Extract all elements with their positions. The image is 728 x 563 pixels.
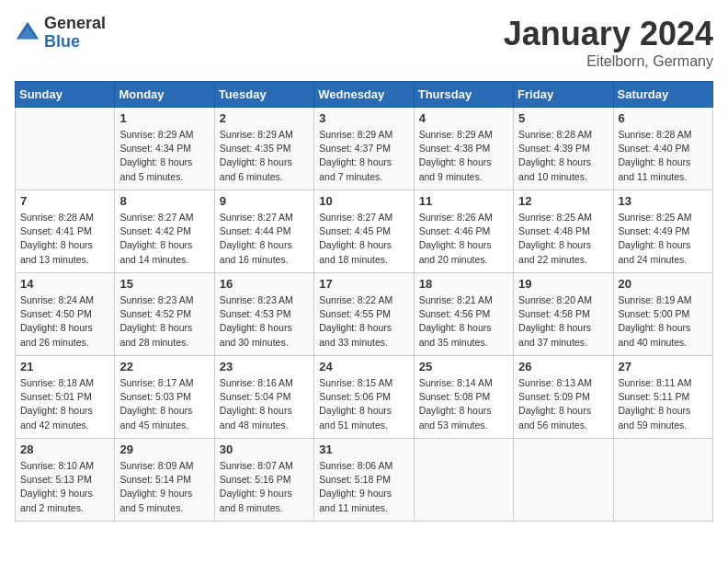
- logo-text-general: General: [44, 15, 106, 33]
- day-info: Sunrise: 8:24 AMSunset: 4:50 PMDaylight:…: [20, 293, 109, 350]
- day-info: Sunrise: 8:17 AMSunset: 5:03 PMDaylight:…: [119, 376, 209, 432]
- day-info: Sunrise: 8:28 AMSunset: 4:40 PMDaylight:…: [619, 128, 708, 184]
- day-number: 26: [518, 360, 608, 373]
- day-number: 7: [20, 194, 109, 208]
- day-info: Sunrise: 8:29 AMSunset: 4:35 PMDaylight:…: [220, 128, 309, 184]
- day-number: 30: [220, 442, 309, 456]
- day-number: 3: [319, 111, 408, 125]
- calendar-cell: 18Sunrise: 8:21 AMSunset: 4:56 PMDayligh…: [414, 273, 513, 356]
- weekday-header: Monday: [115, 82, 214, 108]
- day-number: 29: [119, 442, 209, 456]
- day-info: Sunrise: 8:15 AMSunset: 5:06 PMDaylight:…: [319, 376, 408, 432]
- day-number: 10: [319, 194, 408, 208]
- page-header: General Blue January 2024 Eitelborn, Ger…: [15, 15, 713, 70]
- calendar-cell: 7Sunrise: 8:28 AMSunset: 4:41 PMDaylight…: [16, 190, 115, 273]
- day-info: Sunrise: 8:11 AMSunset: 5:11 PMDaylight:…: [619, 376, 708, 432]
- week-row: 28Sunrise: 8:10 AMSunset: 5:13 PMDayligh…: [16, 439, 713, 522]
- day-number: 1: [119, 111, 209, 125]
- day-number: 6: [619, 111, 708, 125]
- day-number: 31: [319, 442, 408, 456]
- weekday-header: Saturday: [613, 82, 712, 108]
- calendar-cell: 4Sunrise: 8:29 AMSunset: 4:38 PMDaylight…: [414, 108, 513, 190]
- calendar-cell: 21Sunrise: 8:18 AMSunset: 5:01 PMDayligh…: [16, 356, 115, 439]
- logo: General Blue: [15, 15, 106, 52]
- calendar-cell: 11Sunrise: 8:26 AMSunset: 4:46 PMDayligh…: [414, 190, 513, 273]
- day-number: 19: [518, 277, 608, 291]
- logo-icon: [15, 20, 40, 46]
- day-info: Sunrise: 8:27 AMSunset: 4:45 PMDaylight:…: [319, 211, 408, 267]
- calendar-cell: 16Sunrise: 8:23 AMSunset: 4:53 PMDayligh…: [214, 273, 313, 356]
- day-number: 16: [220, 277, 309, 291]
- day-number: 15: [119, 277, 209, 291]
- calendar-header: SundayMondayTuesdayWednesdayThursdayFrid…: [16, 82, 713, 108]
- day-number: 25: [419, 360, 508, 373]
- day-info: Sunrise: 8:07 AMSunset: 5:16 PMDaylight:…: [220, 459, 309, 515]
- calendar-cell: 3Sunrise: 8:29 AMSunset: 4:37 PMDaylight…: [314, 108, 414, 190]
- day-number: 11: [419, 194, 508, 208]
- calendar-cell: 29Sunrise: 8:09 AMSunset: 5:14 PMDayligh…: [115, 439, 214, 522]
- day-info: Sunrise: 8:06 AMSunset: 5:18 PMDaylight:…: [319, 459, 408, 515]
- day-number: 22: [119, 360, 209, 373]
- month-title: January 2024: [504, 15, 713, 53]
- title-block: January 2024 Eitelborn, Germany: [504, 15, 713, 70]
- day-info: Sunrise: 8:13 AMSunset: 5:09 PMDaylight:…: [518, 376, 608, 432]
- day-number: 5: [518, 111, 608, 125]
- day-info: Sunrise: 8:20 AMSunset: 4:58 PMDaylight:…: [518, 293, 608, 350]
- day-number: 17: [319, 277, 408, 291]
- calendar-cell: 24Sunrise: 8:15 AMSunset: 5:06 PMDayligh…: [314, 356, 414, 439]
- day-number: 28: [20, 442, 109, 456]
- calendar-cell: [514, 439, 613, 522]
- week-row: 14Sunrise: 8:24 AMSunset: 4:50 PMDayligh…: [16, 273, 713, 356]
- day-number: 27: [619, 360, 708, 373]
- week-row: 21Sunrise: 8:18 AMSunset: 5:01 PMDayligh…: [16, 356, 713, 439]
- day-info: Sunrise: 8:27 AMSunset: 4:44 PMDaylight:…: [220, 211, 309, 267]
- calendar-cell: 23Sunrise: 8:16 AMSunset: 5:04 PMDayligh…: [214, 356, 313, 439]
- day-number: 18: [419, 277, 508, 291]
- calendar-cell: 2Sunrise: 8:29 AMSunset: 4:35 PMDaylight…: [214, 108, 313, 190]
- weekday-header: Sunday: [16, 82, 115, 108]
- weekday-header: Thursday: [414, 82, 513, 108]
- day-info: Sunrise: 8:22 AMSunset: 4:55 PMDaylight:…: [319, 293, 408, 350]
- calendar-cell: 5Sunrise: 8:28 AMSunset: 4:39 PMDaylight…: [514, 108, 613, 190]
- day-info: Sunrise: 8:28 AMSunset: 4:41 PMDaylight:…: [20, 211, 109, 267]
- calendar-cell: [613, 439, 712, 522]
- calendar-cell: 9Sunrise: 8:27 AMSunset: 4:44 PMDaylight…: [214, 190, 313, 273]
- day-number: 13: [619, 194, 708, 208]
- day-number: 4: [419, 111, 508, 125]
- calendar-cell: 22Sunrise: 8:17 AMSunset: 5:03 PMDayligh…: [115, 356, 214, 439]
- day-info: Sunrise: 8:14 AMSunset: 5:08 PMDaylight:…: [419, 376, 508, 432]
- calendar-cell: 30Sunrise: 8:07 AMSunset: 5:16 PMDayligh…: [214, 439, 313, 522]
- calendar-cell: 10Sunrise: 8:27 AMSunset: 4:45 PMDayligh…: [314, 190, 414, 273]
- day-info: Sunrise: 8:29 AMSunset: 4:34 PMDaylight:…: [119, 128, 209, 184]
- logo-text-blue: Blue: [44, 33, 106, 52]
- calendar-cell: 19Sunrise: 8:20 AMSunset: 4:58 PMDayligh…: [514, 273, 613, 356]
- calendar-cell: 8Sunrise: 8:27 AMSunset: 4:42 PMDaylight…: [115, 190, 214, 273]
- calendar-cell: 15Sunrise: 8:23 AMSunset: 4:52 PMDayligh…: [115, 273, 214, 356]
- weekday-header: Tuesday: [214, 82, 313, 108]
- day-info: Sunrise: 8:27 AMSunset: 4:42 PMDaylight:…: [119, 211, 209, 267]
- day-info: Sunrise: 8:23 AMSunset: 4:52 PMDaylight:…: [119, 293, 209, 350]
- day-info: Sunrise: 8:23 AMSunset: 4:53 PMDaylight:…: [220, 293, 309, 350]
- location-title: Eitelborn, Germany: [504, 53, 713, 70]
- calendar-cell: 26Sunrise: 8:13 AMSunset: 5:09 PMDayligh…: [514, 356, 613, 439]
- day-info: Sunrise: 8:29 AMSunset: 4:38 PMDaylight:…: [419, 128, 508, 184]
- week-row: 1Sunrise: 8:29 AMSunset: 4:34 PMDaylight…: [16, 108, 713, 190]
- day-number: 21: [20, 360, 109, 373]
- day-info: Sunrise: 8:29 AMSunset: 4:37 PMDaylight:…: [319, 128, 408, 184]
- day-info: Sunrise: 8:09 AMSunset: 5:14 PMDaylight:…: [119, 459, 209, 515]
- week-row: 7Sunrise: 8:28 AMSunset: 4:41 PMDaylight…: [16, 190, 713, 273]
- day-number: 24: [319, 360, 408, 373]
- calendar-table: SundayMondayTuesdayWednesdayThursdayFrid…: [15, 81, 713, 522]
- weekday-header: Friday: [514, 82, 613, 108]
- calendar-cell: 31Sunrise: 8:06 AMSunset: 5:18 PMDayligh…: [314, 439, 414, 522]
- day-number: 8: [119, 194, 209, 208]
- day-info: Sunrise: 8:18 AMSunset: 5:01 PMDaylight:…: [20, 376, 109, 432]
- day-number: 12: [518, 194, 608, 208]
- day-info: Sunrise: 8:28 AMSunset: 4:39 PMDaylight:…: [518, 128, 608, 184]
- calendar-cell: 17Sunrise: 8:22 AMSunset: 4:55 PMDayligh…: [314, 273, 414, 356]
- calendar-cell: [16, 108, 115, 190]
- calendar-cell: 27Sunrise: 8:11 AMSunset: 5:11 PMDayligh…: [613, 356, 712, 439]
- day-info: Sunrise: 8:25 AMSunset: 4:49 PMDaylight:…: [619, 211, 708, 267]
- day-number: 23: [220, 360, 309, 373]
- calendar-cell: 28Sunrise: 8:10 AMSunset: 5:13 PMDayligh…: [16, 439, 115, 522]
